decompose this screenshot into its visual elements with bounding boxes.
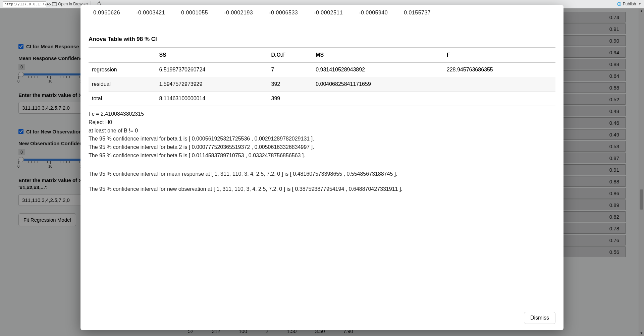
anova-row: residual1.59475729739293920.004068258411… (89, 77, 555, 92)
coefficient-value: 0.0155737 (404, 10, 431, 16)
coefficient-row: 0.0960626-0.00034210.0001055-0.0002193-0… (93, 10, 555, 16)
anova-header: SS (156, 48, 268, 62)
anova-cell (312, 92, 443, 106)
mean-ci-statement: The 95 % confidence interval for mean re… (89, 170, 555, 178)
chevron-down-icon: ▼ (638, 2, 641, 6)
coefficient-value: -0.0002193 (224, 10, 253, 16)
anova-cell: 228.945763686355 (443, 62, 555, 77)
anova-cell: residual (89, 77, 156, 92)
svg-rect-1 (52, 2, 56, 3)
new-ci-statement: The 95 % confidence interval for new obs… (89, 185, 555, 193)
anova-header: F (443, 48, 555, 62)
publish-label: Publish (623, 2, 636, 6)
anova-row: total8.11463100000014399 (89, 92, 555, 106)
coefficient-value: -0.0002511 (314, 10, 343, 16)
coefficient-value: -0.0003421 (136, 10, 165, 16)
statement-line: The 95 % confidence interval for beta 5 … (89, 152, 555, 160)
anova-cell: 1.5947572973929 (156, 77, 268, 92)
anova-cell: 399 (268, 92, 313, 106)
anova-header (89, 48, 156, 62)
results-modal: 0.0960626-0.00034210.0001055-0.0002193-0… (80, 5, 564, 330)
url-field[interactable]: http://127.0.0.1:7245 (3, 1, 46, 7)
coefficient-value: -0.0006533 (269, 10, 298, 16)
anova-cell (443, 92, 555, 106)
anova-cell: 8.11463100000014 (156, 92, 268, 106)
anova-header: D.O.F (268, 48, 313, 62)
anova-cell: regression (89, 62, 156, 77)
test-statements: Fc = 2.4100843802315Reject H0at least on… (89, 110, 555, 160)
coefficient-value: 0.0960626 (93, 10, 120, 16)
anova-cell (443, 77, 555, 92)
statement-line: Reject H0 (89, 118, 555, 127)
anova-row: regression6.5198737026072470.93141052894… (89, 62, 555, 77)
anova-title: Anova Table with 98 % CI (89, 36, 555, 43)
anova-cell: 7 (268, 62, 313, 77)
statement-line: at least one of B != 0 (89, 127, 555, 135)
statement-line: The 95 % confidence interval for beta 2 … (89, 143, 555, 152)
coefficient-value: 0.0001055 (181, 10, 208, 16)
anova-cell: 392 (268, 77, 313, 92)
anova-cell: total (89, 92, 156, 106)
coefficient-value: -0.0005940 (359, 10, 388, 16)
statement-line: Fc = 2.4100843802315 (89, 110, 555, 118)
anova-table: SSD.O.FMSF regression6.5198737026072470.… (89, 47, 555, 106)
separator (49, 1, 49, 7)
anova-cell: 0.931410528943892 (312, 62, 443, 77)
browser-icon (52, 2, 57, 6)
statement-line: The 95 % confidence interval for beta 1 … (89, 135, 555, 143)
publish-icon (617, 2, 622, 6)
dismiss-button[interactable]: Dismiss (524, 312, 555, 324)
publish-button[interactable]: Publish ▼ (617, 2, 641, 6)
anova-cell: 0.00406825841171659 (312, 77, 443, 92)
anova-cell: 6.51987370260724 (156, 62, 268, 77)
anova-header: MS (312, 48, 443, 62)
